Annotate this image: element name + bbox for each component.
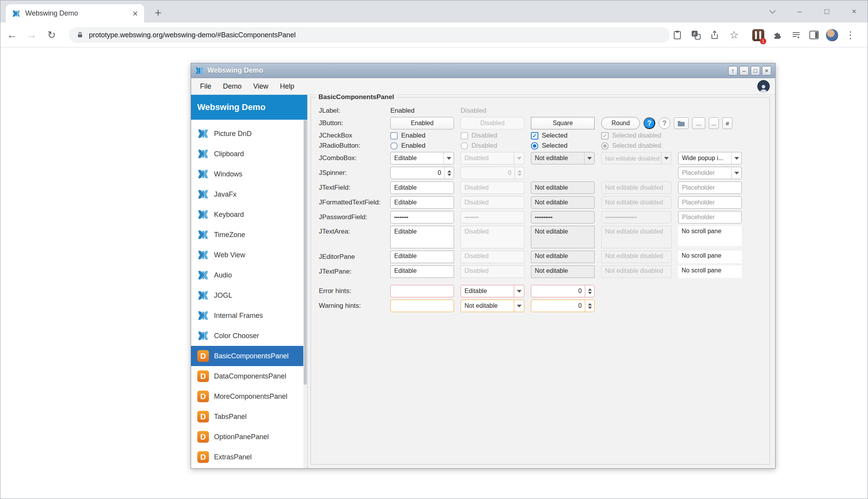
spinner-arrows-icon[interactable] [444, 167, 454, 179]
menu-view[interactable]: View [247, 82, 274, 91]
sidebar-item-more-components-panel[interactable]: DMoreComponentsPanel [191, 386, 307, 407]
textfield-editable[interactable] [390, 181, 454, 194]
sidebar-scrollbar-thumb[interactable] [304, 120, 307, 385]
formatted-placeholder[interactable] [678, 196, 742, 209]
side-panel-icon[interactable] [805, 23, 823, 47]
textarea-editable[interactable]: Editable [390, 226, 454, 248]
checkbox-icon[interactable] [390, 132, 398, 140]
chevron-down-icon[interactable] [731, 167, 741, 179]
combobox-not-editable[interactable]: Not editable [531, 152, 595, 164]
menu-help[interactable]: Help [274, 82, 300, 91]
sidebar-item-jogl[interactable]: JOGL [191, 285, 307, 305]
error-hint-spinner[interactable]: 0 [531, 285, 595, 297]
radio-selected[interactable]: Selected [531, 142, 595, 150]
editorpane-editable[interactable]: Editable [390, 251, 454, 263]
sidebar-item-color-chooser[interactable]: Color Chooser [191, 326, 307, 346]
minimize-button[interactable]: – [786, 0, 813, 23]
combobox-editable[interactable]: Editable [390, 152, 454, 164]
spinner-enabled[interactable]: 0 [390, 167, 454, 179]
profile-avatar[interactable] [823, 23, 841, 47]
warning-hint-combobox[interactable]: Not editable [461, 300, 524, 312]
chevron-down-icon[interactable] [731, 152, 741, 164]
url-text[interactable]: prototype.webswing.org/webswing-demo/#Ba… [89, 31, 296, 39]
menu-file[interactable]: File [194, 82, 217, 91]
privacy-badger-extension-icon[interactable]: 1 [749, 23, 767, 47]
maximize-button[interactable]: □ [813, 0, 840, 23]
sidebar-item-timezone[interactable]: TimeZone [191, 225, 307, 245]
sidebar-item-option-pane-panel[interactable]: DOptionPanePanel [191, 427, 307, 447]
extensions-puzzle-icon[interactable] [769, 23, 786, 47]
new-tab-button[interactable]: + [151, 6, 165, 20]
enabled-button[interactable]: Enabled [390, 117, 454, 129]
lock-icon[interactable] [77, 31, 83, 38]
password-placeholder[interactable] [678, 211, 742, 223]
sidebar-item-picture-dnd[interactable]: Picture DnD [191, 124, 307, 144]
formatted-editable[interactable] [390, 196, 454, 209]
combobox-wide-popup[interactable]: Wide popup i... [678, 152, 742, 164]
chevron-down-icon[interactable] [514, 285, 524, 297]
hash-button[interactable]: # [722, 117, 732, 129]
spinner-arrows-icon[interactable] [585, 285, 594, 297]
spinner-arrows-icon[interactable] [585, 300, 594, 312]
textpane-editable[interactable]: Editable [390, 265, 454, 278]
app-minimize-button[interactable]: – [739, 66, 749, 75]
chevron-down-icon[interactable] [584, 152, 594, 164]
sidebar-item-audio[interactable]: Audio [191, 265, 307, 285]
media-queue-icon[interactable] [787, 23, 805, 47]
error-hint-field[interactable] [390, 285, 454, 297]
browser-menu-kebab-icon[interactable]: ⋮ [842, 23, 859, 47]
textpane-no-scroll-pane[interactable]: No scroll pane [678, 265, 742, 278]
checkbox-checked-icon[interactable]: ✓ [531, 132, 538, 140]
help-button[interactable]: ? [644, 117, 655, 129]
menu-demo[interactable]: Demo [217, 82, 247, 91]
checkbox-enabled[interactable]: Enabled [390, 132, 454, 140]
address-bar[interactable]: prototype.webswing.org/webswing-demo/#Ba… [69, 27, 670, 43]
ellipsis-small-button[interactable]: ... [709, 117, 719, 129]
app-maximize-button[interactable]: □ [751, 66, 760, 75]
back-button[interactable]: ← [3, 23, 21, 47]
close-button[interactable]: × [840, 0, 868, 23]
editorpane-no-scroll-pane[interactable]: No scroll pane [678, 251, 742, 263]
folder-button[interactable] [674, 117, 689, 129]
ellipsis-button[interactable]: ... [692, 117, 705, 129]
app-title-bar[interactable]: Webswing Demo ↑ – □ × [191, 63, 775, 78]
sidebar-item-extras-panel[interactable]: DExtrasPanel [191, 447, 307, 467]
round-button[interactable]: Round [601, 117, 640, 129]
sidebar-item-data-components-panel[interactable]: DDataComponentsPanel [191, 366, 307, 386]
chevron-down-icon[interactable] [444, 152, 454, 164]
password-editable[interactable] [390, 211, 454, 223]
sidebar-item-basic-components-panel[interactable]: DBasicComponentsPanel [191, 346, 307, 366]
square-button[interactable]: Square [531, 117, 595, 129]
sidebar-item-label: Color Chooser [214, 332, 259, 340]
bookmark-star-icon[interactable]: ☆ [725, 23, 743, 47]
sidebar-item-tabs-panel[interactable]: DTabsPanel [191, 407, 307, 427]
chevron-down-icon[interactable] [514, 300, 524, 312]
tab-close-icon[interactable]: × [132, 9, 138, 18]
app-close-button[interactable]: × [762, 66, 771, 75]
combobox-placeholder[interactable]: Placeholder [678, 167, 742, 179]
sidebar-scrollbar[interactable] [303, 120, 307, 468]
translate-icon[interactable]: A [687, 23, 705, 47]
radio-selected-icon[interactable] [531, 142, 538, 150]
sidebar-item-keyboard[interactable]: Keyboard [191, 204, 307, 225]
tab-search-icon[interactable] [759, 0, 786, 23]
sidebar-item-web-view[interactable]: Web View [191, 245, 307, 265]
radio-enabled[interactable]: Enabled [390, 142, 454, 150]
reload-button[interactable]: ↻ [43, 23, 60, 47]
error-hint-combobox[interactable]: Editable [461, 285, 524, 297]
browser-tab[interactable]: Webswing Demo × [6, 4, 144, 23]
sidebar-item-clipboard[interactable]: Clipboard [191, 144, 307, 164]
warning-hint-spinner[interactable]: 0 [531, 300, 595, 312]
sidebar-item-javafx[interactable]: JavaFx [191, 184, 307, 204]
sidebar-item-windows[interactable]: Windows [191, 164, 307, 184]
warning-hint-field[interactable] [390, 300, 454, 312]
textarea-no-scroll-pane[interactable]: No scroll pane [678, 226, 742, 246]
clipboard-icon[interactable] [668, 23, 686, 47]
checkbox-selected[interactable]: ✓Selected [531, 132, 595, 140]
sidebar-item-internal-frames[interactable]: Internal Frames [191, 305, 307, 326]
textfield-placeholder[interactable] [678, 181, 742, 194]
app-detach-button[interactable]: ↑ [728, 66, 738, 75]
radio-icon[interactable] [390, 142, 398, 150]
user-avatar-icon[interactable] [757, 80, 770, 92]
share-icon[interactable] [706, 23, 724, 47]
